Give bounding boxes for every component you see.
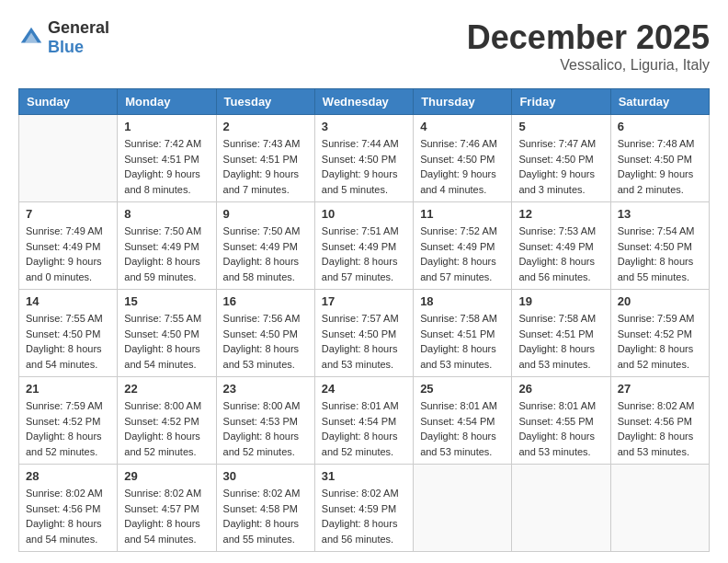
day-info: Sunrise: 8:02 AMSunset: 4:59 PMDaylight:… [322,486,406,546]
day-number: 15 [124,294,209,308]
sunrise-text: Sunrise: 7:44 AM [322,136,406,152]
week-row-2: 7Sunrise: 7:49 AMSunset: 4:49 PMDaylight… [19,202,710,290]
sunrise-text: Sunrise: 7:52 AM [420,224,505,239]
day-number: 21 [26,382,110,396]
col-wednesday: Wednesday [314,89,413,115]
sunset-text: Sunset: 4:50 PM [618,152,702,167]
sunrise-text: Sunrise: 7:56 AM [223,311,308,327]
day-number: 19 [518,294,603,308]
day-number: 8 [124,207,209,221]
sunset-text: Sunset: 4:55 PM [518,414,603,430]
day-info: Sunrise: 7:53 AMSunset: 4:49 PMDaylight:… [518,224,603,284]
daylight-text: Daylight: 8 hours and 53 minutes. [420,429,505,459]
day-number: 5 [518,120,603,133]
day-info: Sunrise: 7:47 AMSunset: 4:50 PMDaylight:… [518,136,603,197]
sunset-text: Sunset: 4:51 PM [420,327,505,342]
daylight-text: Daylight: 9 hours and 0 minutes. [26,254,110,284]
week-row-3: 14Sunrise: 7:55 AMSunset: 4:50 PMDayligh… [19,290,710,377]
day-info: Sunrise: 8:02 AMSunset: 4:58 PMDaylight:… [223,486,308,546]
sunset-text: Sunset: 4:54 PM [322,414,406,430]
daylight-text: Daylight: 8 hours and 53 minutes. [518,429,603,459]
day-number: 26 [518,382,603,396]
sunrise-text: Sunrise: 8:01 AM [322,398,406,414]
sunset-text: Sunset: 4:56 PM [26,501,110,517]
sunrise-text: Sunrise: 7:55 AM [26,311,110,327]
sunset-text: Sunset: 4:49 PM [322,239,406,255]
day-number: 18 [420,294,505,308]
day-number: 17 [322,294,406,308]
day-info: Sunrise: 7:50 AMSunset: 4:49 PMDaylight:… [124,224,209,284]
week-row-1: 1Sunrise: 7:42 AMSunset: 4:51 PMDaylight… [19,115,710,202]
col-saturday: Saturday [610,89,709,115]
daylight-text: Daylight: 8 hours and 58 minutes. [223,254,308,284]
day-cell: 17Sunrise: 7:57 AMSunset: 4:50 PMDayligh… [314,290,413,377]
day-info: Sunrise: 7:55 AMSunset: 4:50 PMDaylight:… [26,311,110,372]
sunset-text: Sunset: 4:50 PM [223,327,308,342]
day-number: 30 [223,469,308,483]
day-info: Sunrise: 8:00 AMSunset: 4:53 PMDaylight:… [223,398,308,459]
day-info: Sunrise: 8:01 AMSunset: 4:54 PMDaylight:… [322,398,406,459]
daylight-text: Daylight: 8 hours and 53 minutes. [322,341,406,372]
sunset-text: Sunset: 4:50 PM [322,327,406,342]
day-cell: 18Sunrise: 7:58 AMSunset: 4:51 PMDayligh… [414,290,512,377]
day-cell: 12Sunrise: 7:53 AMSunset: 4:49 PMDayligh… [512,202,610,290]
sunrise-text: Sunrise: 8:00 AM [124,398,209,414]
sunrise-text: Sunrise: 7:59 AM [618,311,702,327]
day-cell: 19Sunrise: 7:58 AMSunset: 4:51 PMDayligh… [512,290,610,377]
sunrise-text: Sunrise: 7:57 AM [322,311,406,327]
day-cell: 30Sunrise: 8:02 AMSunset: 4:58 PMDayligh… [216,465,314,552]
logo-icon [18,25,44,51]
day-cell: 8Sunrise: 7:50 AMSunset: 4:49 PMDaylight… [118,202,216,290]
day-number: 16 [223,294,308,308]
daylight-text: Daylight: 9 hours and 5 minutes. [322,167,406,197]
day-cell: 21Sunrise: 7:59 AMSunset: 4:52 PMDayligh… [19,377,118,465]
sunset-text: Sunset: 4:59 PM [322,501,406,517]
sunrise-text: Sunrise: 7:50 AM [124,224,209,239]
day-cell: 13Sunrise: 7:54 AMSunset: 4:50 PMDayligh… [610,202,709,290]
sunset-text: Sunset: 4:50 PM [124,327,209,342]
month-title: December 2025 [467,18,710,57]
day-number: 24 [322,382,406,396]
sunset-text: Sunset: 4:50 PM [518,152,603,167]
day-number: 6 [618,120,702,133]
daylight-text: Daylight: 8 hours and 53 minutes. [420,341,505,372]
daylight-text: Daylight: 9 hours and 4 minutes. [420,167,505,197]
week-row-4: 21Sunrise: 7:59 AMSunset: 4:52 PMDayligh… [19,377,710,465]
day-info: Sunrise: 7:58 AMSunset: 4:51 PMDaylight:… [420,311,505,372]
daylight-text: Daylight: 8 hours and 52 minutes. [223,429,308,459]
daylight-text: Daylight: 9 hours and 7 minutes. [223,167,308,197]
daylight-text: Daylight: 8 hours and 59 minutes. [124,254,209,284]
day-number: 22 [124,382,209,396]
day-number: 29 [124,469,209,483]
day-cell: 27Sunrise: 8:02 AMSunset: 4:56 PMDayligh… [610,377,709,465]
day-info: Sunrise: 7:58 AMSunset: 4:51 PMDaylight:… [518,311,603,372]
daylight-text: Daylight: 8 hours and 52 minutes. [124,429,209,459]
logo: General Blue [18,18,109,57]
calendar-header-row: Sunday Monday Tuesday Wednesday Thursday… [19,89,710,115]
day-cell [512,465,610,552]
sunrise-text: Sunrise: 7:49 AM [26,224,110,239]
day-number: 28 [26,469,110,483]
daylight-text: Daylight: 9 hours and 2 minutes. [618,167,702,197]
day-cell: 7Sunrise: 7:49 AMSunset: 4:49 PMDaylight… [19,202,118,290]
day-cell: 31Sunrise: 8:02 AMSunset: 4:59 PMDayligh… [314,465,413,552]
sunset-text: Sunset: 4:50 PM [26,327,110,342]
day-info: Sunrise: 8:00 AMSunset: 4:52 PMDaylight:… [124,398,209,459]
sunset-text: Sunset: 4:49 PM [420,239,505,255]
day-info: Sunrise: 7:51 AMSunset: 4:49 PMDaylight:… [322,224,406,284]
day-number: 13 [618,207,702,221]
sunset-text: Sunset: 4:51 PM [124,152,209,167]
daylight-text: Daylight: 8 hours and 54 minutes. [26,341,110,372]
day-info: Sunrise: 7:54 AMSunset: 4:50 PMDaylight:… [618,224,702,284]
col-monday: Monday [118,89,216,115]
sunrise-text: Sunrise: 7:58 AM [518,311,603,327]
sunset-text: Sunset: 4:49 PM [124,239,209,255]
day-cell: 1Sunrise: 7:42 AMSunset: 4:51 PMDaylight… [118,115,216,202]
daylight-text: Daylight: 8 hours and 53 minutes. [223,341,308,372]
header: General Blue December 2025 Vessalico, Li… [18,18,710,74]
sunrise-text: Sunrise: 7:53 AM [518,224,603,239]
daylight-text: Daylight: 8 hours and 57 minutes. [420,254,505,284]
day-cell: 5Sunrise: 7:47 AMSunset: 4:50 PMDaylight… [512,115,610,202]
day-cell: 26Sunrise: 8:01 AMSunset: 4:55 PMDayligh… [512,377,610,465]
daylight-text: Daylight: 8 hours and 54 minutes. [124,516,209,546]
